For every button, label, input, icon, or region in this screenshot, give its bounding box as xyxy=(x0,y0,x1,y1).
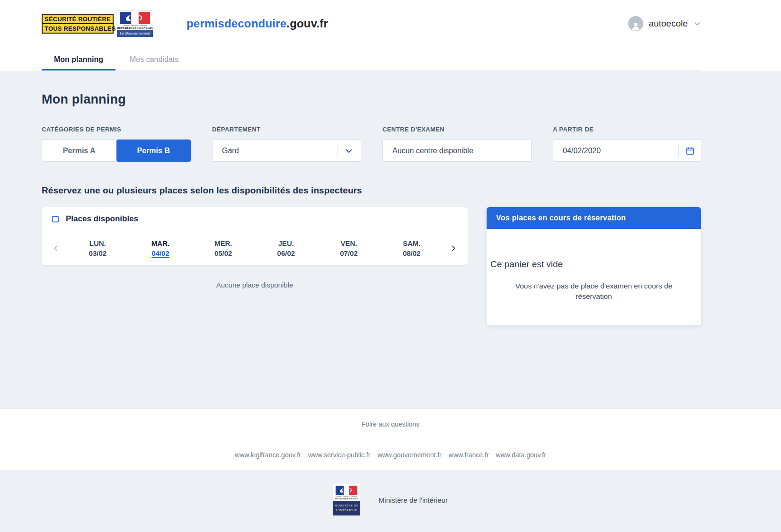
previous-week-button[interactable] xyxy=(45,238,66,259)
date-input[interactable]: 04/02/2020 xyxy=(553,140,702,162)
cart-body: Ce panier est vide Vous n'avez pas de pl… xyxy=(487,229,701,325)
user-avatar-icon xyxy=(628,16,643,31)
permis-b-button[interactable]: Permis B xyxy=(116,140,191,162)
french-flag-icon xyxy=(120,12,150,24)
link-france[interactable]: www.france.fr xyxy=(449,451,489,459)
centre-select[interactable]: Aucun centre disponible xyxy=(382,140,532,162)
account-name: autoecole xyxy=(649,18,688,29)
places-card-header: Places disponibles xyxy=(42,207,468,231)
ministry-rf-name: RÉPUBLIQUE FRANÇAISE xyxy=(335,497,358,500)
link-data-gouv[interactable]: www.data.gouv.fr xyxy=(496,451,546,459)
day-name: VEN. xyxy=(318,238,381,248)
calendar-icon xyxy=(51,215,60,223)
day-date: 08/02 xyxy=(380,248,443,258)
chevron-down-icon xyxy=(693,20,701,27)
field-divider xyxy=(337,144,338,157)
page-title: Mon planning xyxy=(42,71,701,107)
site-title: permisdeconduire.gouv.fr xyxy=(186,17,328,30)
day-date: 03/02 xyxy=(66,248,129,258)
no-places-message: Aucune place disponible xyxy=(42,281,468,289)
field-divider xyxy=(678,144,679,157)
rf-name: RÉPUBLIQUE FRANÇAISE xyxy=(117,26,153,29)
filters-bar: CATÉGORIES DE PERMIS Permis A Permis B D… xyxy=(42,126,701,162)
link-service-public[interactable]: www.service-public.fr xyxy=(308,451,370,459)
day-name: LUN. xyxy=(66,238,129,248)
permis-a-button[interactable]: Permis A xyxy=(42,140,116,162)
french-flag-icon xyxy=(336,486,357,495)
departement-label: DÉPARTEMENT xyxy=(212,126,361,133)
centre-label: CENTRE D'EXAMEN xyxy=(382,126,532,133)
date-value: 04/02/2020 xyxy=(563,147,601,155)
places-card: Places disponibles LUN. 03/02 MAR. 04/02 xyxy=(42,207,468,265)
cart-empty-message: Vous n'avez pas de place d'examen en cou… xyxy=(499,281,689,302)
main-tabs: Mon planning Mes candidats xyxy=(42,47,701,71)
footer-links-section: Foire aux questions www.legifrance.gouv.… xyxy=(0,408,781,470)
faq-link[interactable]: Foire aux questions xyxy=(362,420,419,428)
ministry-logo-block: Ministère de l'intérieur xyxy=(333,501,360,515)
permis-toggle: Permis A Permis B xyxy=(42,140,191,162)
day-date: 07/02 xyxy=(318,248,381,258)
site-title-suffix: .gouv.fr xyxy=(286,17,328,30)
next-week-button[interactable] xyxy=(443,238,464,259)
day-name: MAR. xyxy=(129,238,192,248)
date-label: A PARTIR DE xyxy=(553,126,702,133)
day-cell[interactable]: JEU. 06/02 xyxy=(255,238,318,258)
gouvernement-banner: Le Gouvernement xyxy=(117,30,153,37)
filter-categories: CATÉGORIES DE PERMIS Permis A Permis B xyxy=(42,126,191,162)
day-cell[interactable]: MER. 05/02 xyxy=(192,238,255,258)
link-gouvernement[interactable]: www.gouvernement.fr xyxy=(377,451,441,459)
days-carousel: LUN. 03/02 MAR. 04/02 MER. 05/02 JEU. xyxy=(42,231,468,265)
securite-routiere-line1: SÉCURITÉ ROUTIÈRE xyxy=(43,15,113,24)
link-legifrance[interactable]: www.legifrance.gouv.fr xyxy=(235,451,301,459)
booking-heading: Réservez une ou plusieurs places selon l… xyxy=(42,185,701,196)
chevron-down-icon xyxy=(345,147,353,155)
day-name: MER. xyxy=(192,238,255,248)
ministry-label: Ministère de l'intérieur xyxy=(379,496,448,504)
filter-departement: DÉPARTEMENT Gard xyxy=(212,126,361,162)
places-column: Places disponibles LUN. 03/02 MAR. 04/02 xyxy=(42,207,468,289)
day-date: 05/02 xyxy=(192,248,255,258)
filter-date: A PARTIR DE 04/02/2020 xyxy=(553,126,702,162)
cart-title: Vos places en cours de réservation xyxy=(496,214,626,222)
footer: Foire aux questions www.legifrance.gouv.… xyxy=(0,408,781,530)
centre-value: Aucun centre disponible xyxy=(392,147,473,155)
reservation-cart-panel: Vos places en cours de réservation Ce pa… xyxy=(487,207,701,325)
departement-value: Gard xyxy=(222,147,239,155)
ministry-section: Liberté • Égalité • Fraternité RÉPUBLIQU… xyxy=(0,470,781,530)
account-menu[interactable]: autoecole xyxy=(628,16,701,31)
calendar-icon xyxy=(685,146,695,156)
day-date: 04/02 xyxy=(129,248,192,258)
main-content: Mon planning CATÉGORIES DE PERMIS Permis… xyxy=(0,71,781,408)
day-cell[interactable]: VEN. 07/02 xyxy=(318,238,381,258)
site-title-brand: permisdeconduire xyxy=(186,17,286,30)
government-links: www.legifrance.gouv.fr www.service-publi… xyxy=(0,440,781,470)
tab-mon-planning[interactable]: Mon planning xyxy=(42,47,115,70)
header-logos: SÉCURITÉ ROUTIÈRE TOUS RESPONSABLES Libe… xyxy=(42,10,153,37)
day-cell[interactable]: SAM. 08/02 xyxy=(380,238,443,258)
day-cell-selected[interactable]: MAR. 04/02 xyxy=(129,238,192,258)
departement-select[interactable]: Gard xyxy=(212,140,361,162)
securite-routiere-line2: TOUS RESPONSABLES xyxy=(43,24,113,33)
filter-centre: CENTRE D'EXAMEN Aucun centre disponible xyxy=(382,126,532,162)
tab-mes-candidats[interactable]: Mes candidats xyxy=(117,47,191,70)
places-card-title: Places disponibles xyxy=(66,214,138,224)
day-cell[interactable]: LUN. 03/02 xyxy=(66,238,129,258)
republique-francaise-logo: Liberté • Égalité • Fraternité RÉPUBLIQU… xyxy=(116,10,153,37)
cart-empty-title: Ce panier est vide xyxy=(487,229,701,270)
securite-routiere-logo: SÉCURITÉ ROUTIÈRE TOUS RESPONSABLES xyxy=(42,14,114,34)
categories-label: CATÉGORIES DE PERMIS xyxy=(42,126,191,133)
day-name: JEU. xyxy=(255,238,318,248)
day-name: SAM. xyxy=(380,238,443,248)
day-date: 06/02 xyxy=(255,248,318,258)
cart-header: Vos places en cours de réservation xyxy=(487,207,701,229)
header: SÉCURITÉ ROUTIÈRE TOUS RESPONSABLES Libe… xyxy=(0,0,781,71)
ministry-logo: Liberté • Égalité • Fraternité RÉPUBLIQU… xyxy=(333,484,360,515)
